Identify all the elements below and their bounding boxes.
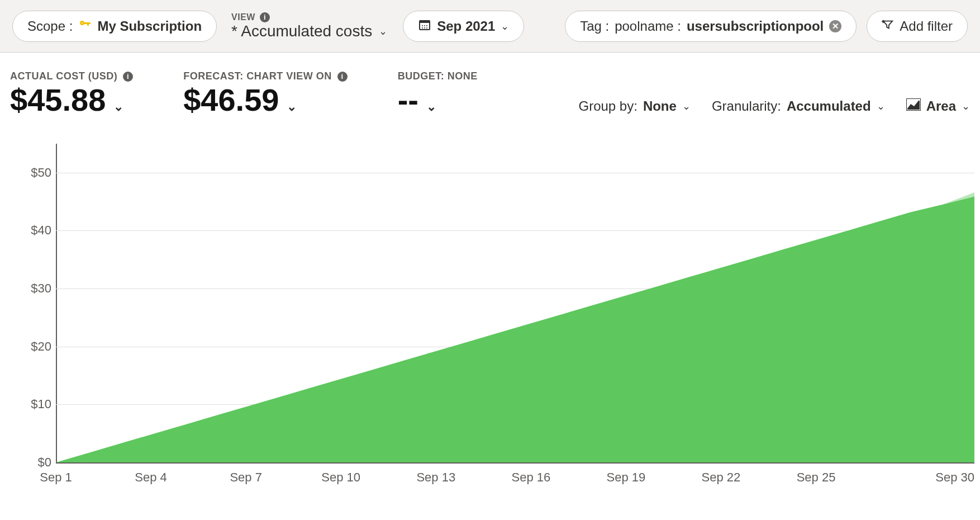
charttype-value: Area [926,98,956,114]
svg-point-4 [426,25,427,26]
add-filter-label: Add filter [900,18,953,34]
granularity-label: Granularity: [712,98,781,114]
svg-point-7 [426,27,427,29]
granularity-dropdown[interactable]: Granularity: Accumulated ⌄ [712,98,885,114]
chevron-down-icon: ⌄ [426,101,436,113]
y-axis: $0$10$20$30$40$50 [6,144,56,462]
remove-filter-icon[interactable]: ✕ [829,20,841,32]
kpi-actual-label: ACTUAL COST (USD) [10,70,117,82]
calendar-icon [418,18,431,35]
key-icon [78,17,92,35]
area-chart-icon [906,98,921,114]
kpi-row: ACTUAL COST (USD) i $45.88 ⌄ FORECAST: C… [0,53,980,121]
y-tick-label: $20 [31,339,51,354]
chevron-down-icon: ⌄ [287,101,297,113]
filter-toolbar: Scope : My Subscription VIEW i * Accumul… [0,0,980,53]
x-tick-label: Sep 30 [935,470,974,485]
svg-point-5 [422,27,423,29]
x-tick-label: Sep 1 [40,470,72,485]
add-filter-button[interactable]: Add filter [867,11,968,42]
groupby-label: Group by: [578,98,637,114]
kpi-forecast-value: $46.59 [183,84,279,116]
chevron-down-icon: ⌄ [501,20,509,32]
kpi-actual-cost: ACTUAL COST (USD) i $45.88 ⌄ [10,70,133,116]
x-axis: Sep 1Sep 4Sep 7Sep 10Sep 13Sep 16Sep 19S… [56,462,974,496]
y-tick-label: $10 [31,397,51,412]
tag-filter-chip[interactable]: Tag : poolname : usersubscriptionpool ✕ [565,11,857,42]
add-filter-icon [882,18,894,34]
kpi-forecast-value-dropdown[interactable]: $46.59 ⌄ [183,84,348,116]
x-tick-label: Sep 22 [702,470,741,485]
svg-point-3 [424,25,425,26]
kpi-forecast-label: FORECAST: CHART VIEW ON [183,70,332,82]
svg-point-2 [422,25,423,26]
y-tick-label: $50 [31,166,51,180]
tag-key: poolname : [615,18,681,34]
x-tick-label: Sep 25 [797,470,836,485]
info-icon[interactable]: i [337,72,348,82]
actual-cost-area [56,197,974,462]
chevron-down-icon: ⌄ [379,25,387,37]
x-tick-label: Sep 19 [607,470,646,485]
kpi-actual-value-dropdown[interactable]: $45.88 ⌄ [10,84,133,116]
charttype-dropdown[interactable]: Area ⌄ [906,98,970,114]
kpi-budget-value-dropdown[interactable]: -- ⌄ [398,84,478,116]
x-tick-label: Sep 7 [230,470,262,485]
chart-plot-area[interactable] [56,144,974,462]
chevron-down-icon: ⌄ [682,100,691,112]
svg-rect-1 [420,21,430,23]
tag-label: Tag : [580,18,609,34]
y-tick-label: $0 [38,455,51,470]
y-tick-label: $40 [31,223,51,238]
chevron-down-icon: ⌄ [962,100,970,112]
scope-picker[interactable]: Scope : My Subscription [12,11,217,42]
view-value: * Accumulated costs [231,22,372,40]
kpi-actual-value: $45.88 [10,84,106,116]
chevron-down-icon: ⌄ [113,101,123,113]
y-tick-label: $30 [31,281,51,296]
chevron-down-icon: ⌄ [877,100,885,112]
x-tick-label: Sep 13 [416,470,455,485]
svg-point-6 [424,27,425,29]
info-icon[interactable]: i [123,72,133,82]
x-tick-label: Sep 16 [511,470,550,485]
kpi-budget-value: -- [398,84,418,116]
tag-value: usersubscriptionpool [687,18,824,34]
scope-value: My Subscription [97,18,202,34]
cost-area-chart: $0$10$20$30$40$50 Sep 1Sep 4Sep 7Sep 10S… [6,144,974,496]
view-picker[interactable]: VIEW i * Accumulated costs ⌄ [227,12,393,40]
date-range-picker[interactable]: Sep 2021 ⌄ [403,11,524,42]
info-icon[interactable]: i [260,12,270,22]
granularity-value: Accumulated [787,98,871,114]
kpi-budget: BUDGET: NONE -- ⌄ [398,70,478,116]
groupby-dropdown[interactable]: Group by: None ⌄ [578,98,690,114]
kpi-budget-label: BUDGET: NONE [398,70,478,82]
x-tick-label: Sep 4 [135,470,167,485]
date-value: Sep 2021 [437,18,495,34]
x-tick-label: Sep 10 [321,470,360,485]
scope-label: Scope : [27,18,73,34]
view-heading: VIEW [231,12,255,22]
kpi-forecast: FORECAST: CHART VIEW ON i $46.59 ⌄ [183,70,348,116]
groupby-value: None [643,98,677,114]
